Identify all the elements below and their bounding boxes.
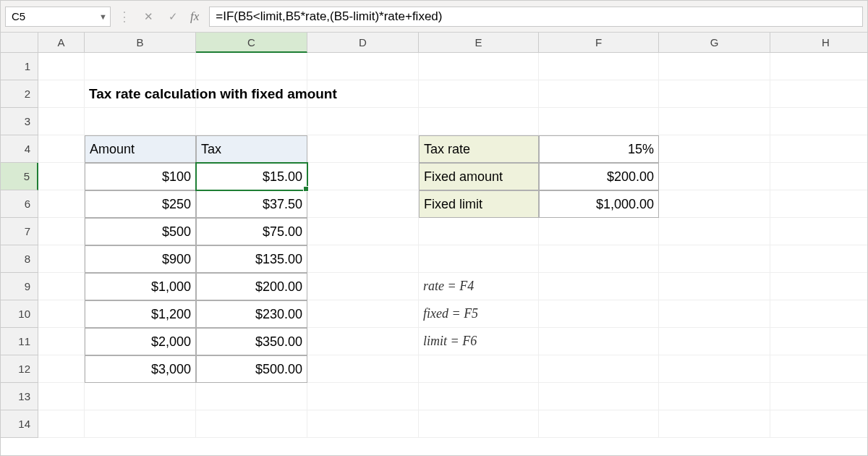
enter-button[interactable]: ✓ <box>163 8 183 25</box>
cell-A14[interactable] <box>38 410 85 438</box>
select-all-corner[interactable] <box>1 33 38 53</box>
cell-G1[interactable] <box>659 53 770 80</box>
row-head-11[interactable]: 11 <box>1 328 38 355</box>
cell-C10[interactable]: $230.00 <box>196 300 307 328</box>
cell-G9[interactable] <box>659 273 770 300</box>
cell-E1[interactable] <box>419 53 539 80</box>
cell-F13[interactable] <box>539 383 659 410</box>
cell-B4[interactable]: Amount <box>85 135 196 163</box>
cell-F12[interactable] <box>539 355 659 383</box>
row-head-2[interactable]: 2 <box>1 80 38 108</box>
cell-C8[interactable]: $135.00 <box>196 245 307 273</box>
cell-F2[interactable] <box>539 80 659 108</box>
row-head-12[interactable]: 12 <box>1 355 38 383</box>
insert-function-button[interactable]: fx <box>187 9 205 24</box>
cell-D7[interactable] <box>307 218 419 245</box>
cell-H2[interactable] <box>770 80 868 108</box>
cell-G12[interactable] <box>659 355 770 383</box>
col-head-D[interactable]: D <box>307 33 419 53</box>
cell-H11[interactable] <box>770 328 868 355</box>
cell-D6[interactable] <box>307 190 419 218</box>
cell-F1[interactable] <box>539 53 659 80</box>
cell-D10[interactable] <box>307 300 419 328</box>
cell-B7[interactable]: $500 <box>85 218 196 245</box>
cell-B6[interactable]: $250 <box>85 190 196 218</box>
cell-B1[interactable] <box>85 53 196 80</box>
cell-A7[interactable] <box>38 218 85 245</box>
col-head-F[interactable]: F <box>539 33 659 53</box>
row-head-7[interactable]: 7 <box>1 218 38 245</box>
formula-input[interactable]: =IF(B5<limit,B5*rate,(B5-limit)*rate+fix… <box>209 7 863 27</box>
cell-D8[interactable] <box>307 245 419 273</box>
cell-A8[interactable] <box>38 245 85 273</box>
cell-B14[interactable] <box>85 410 196 438</box>
cell-F9[interactable] <box>539 273 659 300</box>
cell-G7[interactable] <box>659 218 770 245</box>
cell-H8[interactable] <box>770 245 868 273</box>
row-head-1[interactable]: 1 <box>1 53 38 80</box>
cell-B10[interactable]: $1,200 <box>85 300 196 328</box>
cell-H1[interactable] <box>770 53 868 80</box>
cell-A5[interactable] <box>38 163 85 190</box>
name-box-dropdown-icon[interactable]: ▼ <box>99 12 107 21</box>
col-head-C[interactable]: C <box>196 33 307 53</box>
row-head-6[interactable]: 6 <box>1 190 38 218</box>
cell-D4[interactable] <box>307 135 419 163</box>
cell-G5[interactable] <box>659 163 770 190</box>
cell-C6[interactable]: $37.50 <box>196 190 307 218</box>
cell-F5[interactable]: $200.00 <box>539 163 659 190</box>
cell-H4[interactable] <box>770 135 868 163</box>
cell-H3[interactable] <box>770 108 868 135</box>
cell-G13[interactable] <box>659 383 770 410</box>
cell-D11[interactable] <box>307 328 419 355</box>
cell-A10[interactable] <box>38 300 85 328</box>
cell-B9[interactable]: $1,000 <box>85 273 196 300</box>
cell-A2[interactable] <box>38 80 85 108</box>
col-head-G[interactable]: G <box>659 33 770 53</box>
row-head-4[interactable]: 4 <box>1 135 38 163</box>
cell-D9[interactable] <box>307 273 419 300</box>
cell-E9[interactable]: rate = F4 <box>419 273 539 300</box>
cell-G10[interactable] <box>659 300 770 328</box>
cancel-button[interactable]: ✕ <box>138 8 158 25</box>
row-head-13[interactable]: 13 <box>1 383 38 410</box>
row-head-10[interactable]: 10 <box>1 300 38 328</box>
cell-C9[interactable]: $200.00 <box>196 273 307 300</box>
row-head-3[interactable]: 3 <box>1 108 38 135</box>
cell-E7[interactable] <box>419 218 539 245</box>
cell-G14[interactable] <box>659 410 770 438</box>
cell-H6[interactable] <box>770 190 868 218</box>
cell-G6[interactable] <box>659 190 770 218</box>
cell-H10[interactable] <box>770 300 868 328</box>
cell-D13[interactable] <box>307 383 419 410</box>
cell-H9[interactable] <box>770 273 868 300</box>
cell-C12[interactable]: $500.00 <box>196 355 307 383</box>
cell-A6[interactable] <box>38 190 85 218</box>
cell-C7[interactable]: $75.00 <box>196 218 307 245</box>
col-head-H[interactable]: H <box>770 33 868 53</box>
cell-C3[interactable] <box>196 108 307 135</box>
cell-F6[interactable]: $1,000.00 <box>539 190 659 218</box>
cell-F4[interactable]: 15% <box>539 135 659 163</box>
cell-D5[interactable] <box>307 163 419 190</box>
cell-E14[interactable] <box>419 410 539 438</box>
col-head-A[interactable]: A <box>38 33 85 53</box>
cell-B13[interactable] <box>85 383 196 410</box>
cell-E2[interactable] <box>419 80 539 108</box>
cell-F10[interactable] <box>539 300 659 328</box>
cell-D1[interactable] <box>307 53 419 80</box>
cell-B5[interactable]: $100 <box>85 163 196 190</box>
cell-A4[interactable] <box>38 135 85 163</box>
cell-E12[interactable] <box>419 355 539 383</box>
cell-B11[interactable]: $2,000 <box>85 328 196 355</box>
cell-C11[interactable]: $350.00 <box>196 328 307 355</box>
cell-F3[interactable] <box>539 108 659 135</box>
cell-H14[interactable] <box>770 410 868 438</box>
cell-H12[interactable] <box>770 355 868 383</box>
cell-G2[interactable] <box>659 80 770 108</box>
cell-D14[interactable] <box>307 410 419 438</box>
cell-E4[interactable]: Tax rate <box>419 135 539 163</box>
cell-G4[interactable] <box>659 135 770 163</box>
row-head-9[interactable]: 9 <box>1 273 38 300</box>
cell-A13[interactable] <box>38 383 85 410</box>
